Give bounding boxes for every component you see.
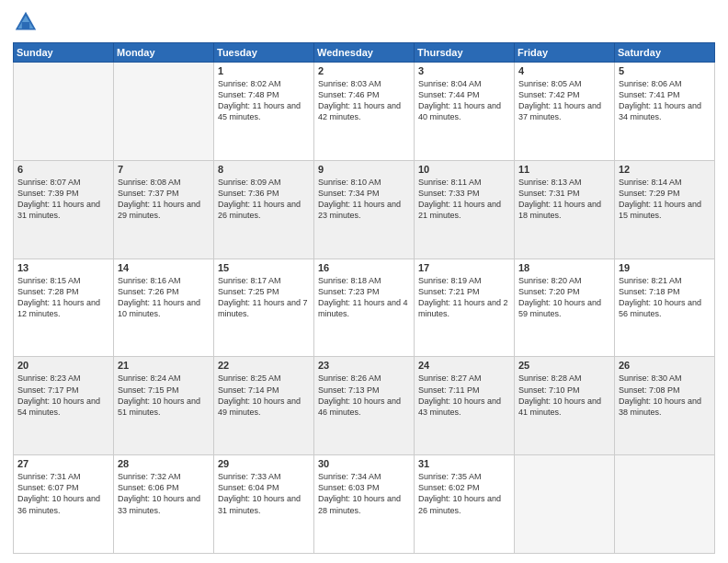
calendar-cell: 26Sunrise: 8:30 AM Sunset: 7:08 PM Dayli… <box>615 357 715 455</box>
calendar-cell: 16Sunrise: 8:18 AM Sunset: 7:23 PM Dayli… <box>314 259 415 357</box>
day-info: Sunrise: 8:06 AM Sunset: 7:41 PM Dayligh… <box>619 78 711 123</box>
day-number: 5 <box>619 65 711 76</box>
calendar-week-row: 1Sunrise: 8:02 AM Sunset: 7:48 PM Daylig… <box>14 63 715 161</box>
day-number: 10 <box>418 164 510 175</box>
calendar-cell: 17Sunrise: 8:19 AM Sunset: 7:21 PM Dayli… <box>415 259 515 357</box>
day-number: 3 <box>418 65 510 76</box>
calendar-cell <box>515 455 615 554</box>
day-info: Sunrise: 8:30 AM Sunset: 7:08 PM Dayligh… <box>619 373 711 418</box>
day-info: Sunrise: 8:14 AM Sunset: 7:29 PM Dayligh… <box>619 177 711 222</box>
day-number: 9 <box>318 164 410 175</box>
day-number: 31 <box>418 458 510 469</box>
calendar-cell: 4Sunrise: 8:05 AM Sunset: 7:42 PM Daylig… <box>515 63 615 161</box>
day-info: Sunrise: 8:20 AM Sunset: 7:20 PM Dayligh… <box>518 275 610 320</box>
weekday-header: Saturday <box>615 43 715 63</box>
day-info: Sunrise: 8:11 AM Sunset: 7:33 PM Dayligh… <box>418 177 510 222</box>
day-number: 8 <box>218 164 310 175</box>
calendar-cell: 18Sunrise: 8:20 AM Sunset: 7:20 PM Dayli… <box>515 259 615 357</box>
calendar-cell <box>114 63 214 161</box>
day-number: 19 <box>619 262 711 273</box>
day-info: Sunrise: 8:04 AM Sunset: 7:44 PM Dayligh… <box>418 78 510 123</box>
day-info: Sunrise: 8:24 AM Sunset: 7:15 PM Dayligh… <box>118 373 210 418</box>
weekday-header: Friday <box>515 43 615 63</box>
calendar-week-row: 27Sunrise: 7:31 AM Sunset: 6:07 PM Dayli… <box>14 455 715 554</box>
day-number: 13 <box>17 262 109 273</box>
calendar-cell: 1Sunrise: 8:02 AM Sunset: 7:48 PM Daylig… <box>214 63 314 161</box>
logo-icon <box>13 9 39 35</box>
day-number: 28 <box>118 458 210 469</box>
day-info: Sunrise: 8:15 AM Sunset: 7:28 PM Dayligh… <box>17 275 109 320</box>
calendar-cell: 7Sunrise: 8:08 AM Sunset: 7:37 PM Daylig… <box>114 160 214 259</box>
day-info: Sunrise: 7:34 AM Sunset: 6:03 PM Dayligh… <box>318 471 410 516</box>
calendar-cell: 22Sunrise: 8:25 AM Sunset: 7:14 PM Dayli… <box>214 357 314 455</box>
calendar-header: SundayMondayTuesdayWednesdayThursdayFrid… <box>14 43 715 63</box>
calendar-week-row: 6Sunrise: 8:07 AM Sunset: 7:39 PM Daylig… <box>14 160 715 259</box>
calendar-cell: 8Sunrise: 8:09 AM Sunset: 7:36 PM Daylig… <box>214 160 314 259</box>
calendar-cell: 14Sunrise: 8:16 AM Sunset: 7:26 PM Dayli… <box>114 259 214 357</box>
logo <box>13 9 42 35</box>
calendar-week-row: 13Sunrise: 8:15 AM Sunset: 7:28 PM Dayli… <box>14 259 715 357</box>
weekday-header: Wednesday <box>314 43 415 63</box>
header <box>13 9 715 35</box>
day-info: Sunrise: 8:16 AM Sunset: 7:26 PM Dayligh… <box>118 275 210 320</box>
calendar-cell: 15Sunrise: 8:17 AM Sunset: 7:25 PM Dayli… <box>214 259 314 357</box>
calendar-week-row: 20Sunrise: 8:23 AM Sunset: 7:17 PM Dayli… <box>14 357 715 455</box>
day-number: 15 <box>218 262 310 273</box>
day-number: 16 <box>318 262 410 273</box>
day-number: 30 <box>318 458 410 469</box>
calendar-cell: 29Sunrise: 7:33 AM Sunset: 6:04 PM Dayli… <box>214 455 314 554</box>
calendar-cell: 30Sunrise: 7:34 AM Sunset: 6:03 PM Dayli… <box>314 455 415 554</box>
calendar-cell: 10Sunrise: 8:11 AM Sunset: 7:33 PM Dayli… <box>415 160 515 259</box>
day-number: 18 <box>518 262 610 273</box>
day-number: 20 <box>17 360 109 371</box>
calendar-cell <box>14 63 114 161</box>
day-number: 11 <box>518 164 610 175</box>
calendar-cell: 2Sunrise: 8:03 AM Sunset: 7:46 PM Daylig… <box>314 63 415 161</box>
day-number: 24 <box>418 360 510 371</box>
calendar-body: 1Sunrise: 8:02 AM Sunset: 7:48 PM Daylig… <box>14 63 715 554</box>
day-number: 14 <box>118 262 210 273</box>
calendar-cell: 11Sunrise: 8:13 AM Sunset: 7:31 PM Dayli… <box>515 160 615 259</box>
day-info: Sunrise: 8:28 AM Sunset: 7:10 PM Dayligh… <box>518 373 610 418</box>
day-number: 12 <box>619 164 711 175</box>
calendar-cell <box>615 455 715 554</box>
weekday-header: Thursday <box>415 43 515 63</box>
day-number: 29 <box>218 458 310 469</box>
day-number: 22 <box>218 360 310 371</box>
day-number: 25 <box>518 360 610 371</box>
calendar-cell: 5Sunrise: 8:06 AM Sunset: 7:41 PM Daylig… <box>615 63 715 161</box>
day-number: 17 <box>418 262 510 273</box>
day-info: Sunrise: 8:25 AM Sunset: 7:14 PM Dayligh… <box>218 373 310 418</box>
day-info: Sunrise: 8:02 AM Sunset: 7:48 PM Dayligh… <box>218 78 310 123</box>
svg-rect-2 <box>22 22 29 29</box>
day-info: Sunrise: 8:18 AM Sunset: 7:23 PM Dayligh… <box>318 275 410 320</box>
calendar-cell: 9Sunrise: 8:10 AM Sunset: 7:34 PM Daylig… <box>314 160 415 259</box>
day-number: 6 <box>17 164 109 175</box>
day-number: 7 <box>118 164 210 175</box>
calendar-cell: 28Sunrise: 7:32 AM Sunset: 6:06 PM Dayli… <box>114 455 214 554</box>
day-info: Sunrise: 8:26 AM Sunset: 7:13 PM Dayligh… <box>318 373 410 418</box>
calendar-cell: 3Sunrise: 8:04 AM Sunset: 7:44 PM Daylig… <box>415 63 515 161</box>
day-info: Sunrise: 8:21 AM Sunset: 7:18 PM Dayligh… <box>619 275 711 320</box>
day-number: 2 <box>318 65 410 76</box>
day-number: 27 <box>17 458 109 469</box>
day-number: 23 <box>318 360 410 371</box>
day-info: Sunrise: 8:19 AM Sunset: 7:21 PM Dayligh… <box>418 275 510 320</box>
day-number: 1 <box>218 65 310 76</box>
day-info: Sunrise: 8:13 AM Sunset: 7:31 PM Dayligh… <box>518 177 610 222</box>
day-info: Sunrise: 8:09 AM Sunset: 7:36 PM Dayligh… <box>218 177 310 222</box>
day-number: 4 <box>518 65 610 76</box>
day-info: Sunrise: 8:08 AM Sunset: 7:37 PM Dayligh… <box>118 177 210 222</box>
calendar-cell: 24Sunrise: 8:27 AM Sunset: 7:11 PM Dayli… <box>415 357 515 455</box>
weekday-header: Monday <box>114 43 214 63</box>
calendar: SundayMondayTuesdayWednesdayThursdayFrid… <box>13 42 715 554</box>
calendar-cell: 31Sunrise: 7:35 AM Sunset: 6:02 PM Dayli… <box>415 455 515 554</box>
day-info: Sunrise: 7:35 AM Sunset: 6:02 PM Dayligh… <box>418 471 510 516</box>
calendar-cell: 21Sunrise: 8:24 AM Sunset: 7:15 PM Dayli… <box>114 357 214 455</box>
day-info: Sunrise: 8:23 AM Sunset: 7:17 PM Dayligh… <box>17 373 109 418</box>
calendar-cell: 20Sunrise: 8:23 AM Sunset: 7:17 PM Dayli… <box>14 357 114 455</box>
page: SundayMondayTuesdayWednesdayThursdayFrid… <box>0 0 728 563</box>
calendar-cell: 6Sunrise: 8:07 AM Sunset: 7:39 PM Daylig… <box>14 160 114 259</box>
weekday-header: Sunday <box>14 43 114 63</box>
day-number: 21 <box>118 360 210 371</box>
